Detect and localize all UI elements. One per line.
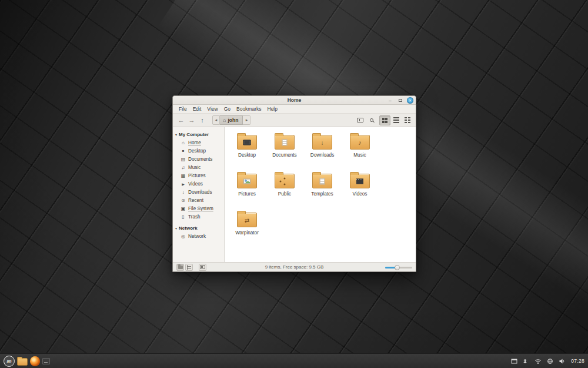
menu-item[interactable]: Help <box>265 106 280 112</box>
mint-menu-button[interactable]: lm <box>4 356 15 367</box>
file-item-label: Pictures <box>238 191 256 197</box>
up-button[interactable]: ↑ <box>197 115 208 125</box>
folder-icon <box>312 174 332 188</box>
file-item-label: Public <box>278 191 291 197</box>
file-item-label: Music <box>353 152 366 158</box>
minimize-button[interactable]: – <box>387 97 393 104</box>
sidebar-item[interactable]: Downloads <box>173 188 224 196</box>
file-item[interactable]: Videos <box>341 171 379 210</box>
icon-view-button[interactable] <box>379 115 390 125</box>
sidebar-section-network[interactable]: ▾ Network <box>173 224 224 232</box>
sidebar-item-icon <box>181 149 186 152</box>
toggle-location-entry-button[interactable] <box>355 115 366 125</box>
window-applet-icon[interactable] <box>511 358 517 364</box>
sidebar-item[interactable]: Trash <box>173 213 224 221</box>
network-icon[interactable] <box>523 358 529 364</box>
location-entry-icon <box>357 118 363 122</box>
sidebar-item[interactable]: Network <box>173 232 224 240</box>
menu-item[interactable]: Edit <box>190 106 205 112</box>
sidebar-item-icon <box>181 214 186 220</box>
sidebar-computer-items: Home Desktop Documents Music <box>173 138 224 221</box>
file-item[interactable]: Templates <box>303 171 341 210</box>
maximize-button[interactable] <box>397 97 403 104</box>
sidebar-item[interactable]: Recent <box>173 196 224 204</box>
forward-button[interactable]: → <box>186 115 197 125</box>
file-item[interactable]: Warpinator <box>228 210 266 248</box>
system-tray <box>511 358 566 364</box>
breadcrumb-current-button[interactable]: ⌂ john <box>220 115 243 125</box>
menu-item[interactable]: File <box>176 106 190 112</box>
file-item-label: Downloads <box>310 152 335 158</box>
folder-emblem <box>321 140 324 146</box>
firefox-launcher[interactable] <box>30 356 40 366</box>
list-view-button[interactable] <box>390 115 402 125</box>
folder-icon <box>275 174 295 188</box>
sidebar-section-my-computer[interactable]: ▾ My Computer <box>173 130 224 138</box>
search-button[interactable] <box>366 115 377 125</box>
menu-item[interactable]: View <box>204 106 220 112</box>
file-item[interactable]: Documents <box>266 132 303 171</box>
sidebar-item[interactable]: Documents <box>173 155 224 163</box>
sidebar-item-icon <box>181 182 186 186</box>
sidebar-item[interactable]: Pictures <box>173 171 224 180</box>
file-manager-launcher[interactable] <box>17 358 28 366</box>
sidebar-item-label: File System <box>188 206 213 211</box>
back-button[interactable]: ← <box>176 115 186 125</box>
file-item-label: Documents <box>272 152 296 158</box>
home-icon: ⌂ <box>223 117 226 123</box>
sidebar-item[interactable]: Home <box>173 138 224 147</box>
breadcrumb-prev-button[interactable]: ◂ <box>212 115 220 125</box>
file-item-label: Desktop <box>238 152 256 158</box>
breadcrumb: ◂ ⌂ john ▸ <box>212 115 250 125</box>
file-item-label: Videos <box>353 191 368 197</box>
grid-view-icon <box>382 118 387 123</box>
sidebar-network-items: Network <box>173 232 224 240</box>
sidebar-item-icon <box>181 234 186 239</box>
folder-icon <box>312 135 332 150</box>
close-button[interactable]: ✕ <box>407 97 413 104</box>
folder-icon <box>237 174 257 188</box>
file-item[interactable]: Music <box>341 132 379 171</box>
file-item[interactable]: Pictures <box>228 171 266 210</box>
folder-icon <box>237 213 257 227</box>
section-label: My Computer <box>179 132 209 137</box>
window-list-applet-icon[interactable] <box>42 358 50 364</box>
folder-emblem <box>280 181 282 183</box>
menu-bar: FileEditViewGoBookmarksHelp <box>173 105 416 114</box>
file-item[interactable]: Public <box>266 171 303 210</box>
volume-icon[interactable] <box>559 358 566 364</box>
list-view-icon <box>393 117 399 123</box>
file-item[interactable]: Desktop <box>228 132 266 171</box>
file-item-label: Warpinator <box>235 230 259 236</box>
zoom-slider-knob[interactable] <box>395 265 400 270</box>
section-collapse-arrow[interactable]: ▾ <box>175 132 177 137</box>
sidebar-item-icon <box>181 198 186 203</box>
sidebar-item-label: Pictures <box>188 173 206 178</box>
sidebar-item-label: Downloads <box>188 190 212 195</box>
menu-item[interactable]: Bookmarks <box>233 106 265 112</box>
taskbar-clock[interactable]: 07:28 <box>571 358 584 364</box>
compact-view-icon <box>405 117 410 123</box>
file-item[interactable]: Downloads <box>303 132 341 171</box>
sidebar-item-label: Recent <box>188 198 203 203</box>
sidebar: ▾ My Computer Home Desktop <box>173 127 225 262</box>
titlebar[interactable]: Home – ✕ <box>173 96 416 105</box>
section-collapse-arrow[interactable]: ▾ <box>175 226 177 230</box>
taskbar: lm 07:28 <box>0 353 588 368</box>
compact-view-button[interactable] <box>402 115 413 125</box>
menu-item[interactable]: Go <box>221 106 233 112</box>
sidebar-item[interactable]: File System <box>173 204 224 213</box>
globe-icon[interactable] <box>547 358 553 364</box>
wifi-icon[interactable] <box>534 358 542 364</box>
sidebar-item[interactable]: Videos <box>173 180 224 188</box>
sidebar-item[interactable]: Music <box>173 163 224 171</box>
sidebar-item-label: Documents <box>188 157 212 162</box>
folder-emblem <box>243 179 250 184</box>
zoom-slider[interactable] <box>385 264 412 271</box>
status-summary: 9 items, Free space: 9.5 GB <box>173 264 416 270</box>
sidebar-item[interactable]: Desktop <box>173 147 224 155</box>
breadcrumb-next-button[interactable]: ▸ <box>243 115 250 125</box>
sidebar-item-label: Trash <box>188 214 201 220</box>
file-grid[interactable]: Desktop Documents Downloads <box>225 127 416 262</box>
folder-icon <box>237 135 257 150</box>
